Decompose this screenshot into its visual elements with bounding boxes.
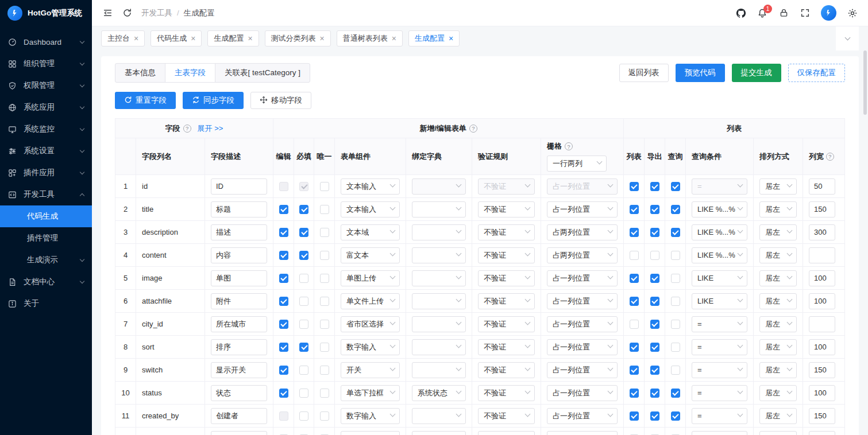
export-checkbox[interactable] [650,297,659,306]
user-avatar[interactable] [821,5,836,21]
width-input[interactable] [809,293,835,309]
align-select[interactable]: 居左 [759,362,797,378]
width-input[interactable] [809,224,835,240]
field-desc-input[interactable] [211,362,267,378]
required-checkbox[interactable] [299,297,308,306]
unique-checkbox[interactable] [320,274,329,283]
export-checkbox[interactable] [650,411,659,421]
gear-icon[interactable] [847,8,858,18]
required-checkbox[interactable] [299,182,308,191]
sidebar-item-plugin-app[interactable]: 插件应用 [0,162,92,184]
align-select[interactable]: 居左 [759,293,797,309]
validation-select[interactable]: 不验证 [478,362,535,378]
field-desc-input[interactable] [211,339,267,355]
required-checkbox[interactable] [299,205,308,214]
align-select[interactable]: 居左 [759,339,797,355]
component-select[interactable]: 开关 [341,362,400,378]
condition-select[interactable]: = [692,178,747,195]
query-checkbox[interactable] [671,320,680,329]
edit-checkbox[interactable] [279,366,288,375]
align-select[interactable]: 居左 [759,178,797,195]
width-input[interactable] [809,201,835,218]
export-checkbox[interactable] [650,389,659,398]
width-input[interactable] [809,316,835,332]
sidebar-item-dev-tools[interactable]: 开发工具 [0,184,92,205]
dict-select[interactable] [412,408,466,424]
unique-checkbox[interactable] [320,182,329,191]
sidebar-item-organization[interactable]: 组织管理 [0,53,92,75]
close-icon[interactable]: × [449,34,453,42]
close-icon[interactable]: × [191,34,195,42]
list-checkbox[interactable] [630,411,639,421]
grid-select[interactable]: 占一列位置 [547,293,618,309]
notification-bell-icon[interactable]: 1 [757,8,767,18]
list-checkbox[interactable] [630,182,639,191]
page-tab[interactable]: 代码生成× [151,30,202,46]
required-checkbox[interactable] [299,343,308,352]
width-input[interactable] [809,431,835,435]
dict-select[interactable] [412,362,466,378]
component-select[interactable]: 数字输入 [341,408,400,424]
validation-select[interactable]: 不验证 [478,293,535,309]
edit-checkbox[interactable] [279,297,288,306]
query-checkbox[interactable] [671,411,680,421]
grid-select[interactable]: 占一列位置 [547,385,618,401]
close-icon[interactable]: × [134,34,138,42]
breadcrumb-section[interactable]: 开发工具 [141,8,172,18]
validation-select[interactable]: 不验证 [478,270,535,286]
align-select[interactable]: 居左 [759,385,797,401]
menu-collapse-icon[interactable] [102,8,113,18]
dict-select[interactable] [412,293,466,309]
required-checkbox[interactable] [299,366,308,375]
sidebar-item-doc-center[interactable]: 文档中心 [0,271,92,293]
page-tab[interactable]: 测试分类列表× [265,30,331,46]
validation-select[interactable]: 不验证 [478,224,535,240]
sidebar-item-code-generate[interactable]: 代码生成 [0,205,92,227]
edit-checkbox[interactable] [279,343,288,352]
page-tab-active[interactable]: 生成配置× [408,30,460,46]
list-checkbox[interactable] [630,228,639,237]
dict-select[interactable] [412,178,466,195]
unique-checkbox[interactable] [320,297,329,306]
edit-checkbox[interactable] [279,274,288,283]
unique-checkbox[interactable] [320,366,329,375]
width-input[interactable] [809,247,835,263]
back-to-list-button[interactable]: 返回列表 [619,64,669,82]
dict-select[interactable] [412,224,466,240]
sidebar-item-system-monitor[interactable]: 系统监控 [0,118,92,140]
unique-checkbox[interactable] [320,320,329,329]
validation-select[interactable]: 不验证 [478,316,535,332]
condition-select[interactable]: = [692,339,747,355]
query-checkbox[interactable] [671,274,680,283]
unique-checkbox[interactable] [320,228,329,237]
required-checkbox[interactable] [299,411,308,421]
list-checkbox[interactable] [630,366,639,375]
unique-checkbox[interactable] [320,389,329,398]
condition-select[interactable]: LIKE %...% [692,224,747,240]
query-checkbox[interactable] [671,251,680,260]
grid-select[interactable]: 占一列位置 [547,316,618,332]
grid-select[interactable]: 占一列位置 [547,339,618,355]
export-checkbox[interactable] [650,366,659,375]
grid-select[interactable]: 占一列位置 [547,201,618,218]
dict-select[interactable] [412,247,466,263]
list-checkbox[interactable] [630,320,639,329]
field-desc-input[interactable] [211,316,267,332]
required-checkbox[interactable] [299,320,308,329]
export-checkbox[interactable] [650,182,659,191]
unique-checkbox[interactable] [320,205,329,214]
field-desc-input[interactable] [211,408,267,424]
align-select[interactable]: 居左 [759,316,797,332]
dict-select[interactable] [412,339,466,355]
component-select[interactable]: 单文件上传 [341,293,400,309]
condition-select[interactable]: = [692,362,747,378]
required-checkbox[interactable] [299,251,308,260]
width-input[interactable] [809,178,835,195]
list-checkbox[interactable] [630,251,639,260]
query-checkbox[interactable] [671,343,680,352]
required-checkbox[interactable] [299,228,308,237]
component-select[interactable]: 文本输入 [341,201,400,218]
edit-checkbox[interactable] [279,320,288,329]
validation-select[interactable]: 不验证 [478,339,535,355]
validation-select[interactable]: 不验证 [478,178,535,195]
